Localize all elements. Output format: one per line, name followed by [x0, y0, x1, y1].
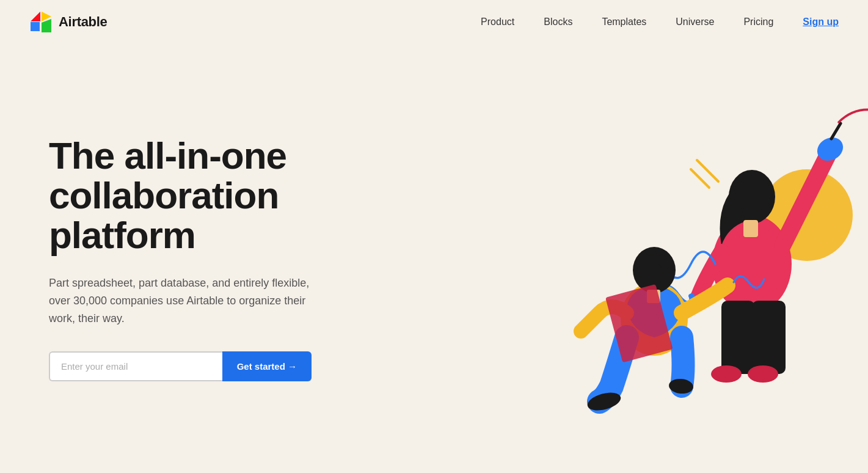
- signup-form: Get started →: [49, 351, 312, 381]
- svg-point-10: [711, 365, 742, 383]
- nav-item-blocks[interactable]: Blocks: [544, 16, 572, 28]
- brand-name: Airtable: [59, 14, 108, 30]
- hero-section: The all-in-one collaboration platform Pa…: [49, 136, 367, 382]
- svg-point-23: [658, 254, 673, 268]
- get-started-button[interactable]: Get started →: [222, 351, 312, 381]
- nav-item-signup[interactable]: Sign up: [803, 16, 839, 28]
- nav-link-pricing[interactable]: Pricing: [743, 16, 773, 27]
- navbar: Airtable Product Blocks Templates Univer…: [0, 0, 868, 44]
- collaboration-illustration: [453, 75, 868, 472]
- hero-title: The all-in-one collaboration platform: [49, 136, 367, 255]
- svg-line-5: [691, 169, 709, 188]
- logo-link[interactable]: Airtable: [29, 10, 108, 34]
- airtable-logo-icon: [29, 10, 53, 34]
- svg-marker-0: [31, 12, 40, 21]
- nav-item-product[interactable]: Product: [481, 16, 514, 28]
- nav-item-universe[interactable]: Universe: [676, 16, 714, 28]
- email-input[interactable]: [49, 351, 222, 381]
- nav-item-pricing[interactable]: Pricing: [743, 16, 773, 28]
- nav-link-templates[interactable]: Templates: [602, 16, 646, 27]
- nav-link-product[interactable]: Product: [481, 16, 514, 27]
- nav-link-blocks[interactable]: Blocks: [544, 16, 572, 27]
- svg-rect-8: [721, 301, 755, 374]
- svg-point-22: [636, 254, 651, 268]
- svg-rect-13: [743, 220, 758, 237]
- hero-subtitle: Part spreadsheet, part database, and ent…: [49, 274, 318, 327]
- nav-link-signup[interactable]: Sign up: [803, 16, 839, 27]
- svg-line-15: [831, 123, 841, 139]
- svg-rect-1: [31, 22, 40, 31]
- svg-rect-9: [752, 301, 786, 374]
- nav-link-universe[interactable]: Universe: [676, 16, 714, 27]
- hero-illustration: [453, 75, 868, 472]
- nav-item-templates[interactable]: Templates: [602, 16, 646, 28]
- main-content: The all-in-one collaboration platform Pa…: [0, 44, 868, 473]
- svg-marker-3: [42, 19, 51, 32]
- nav-menu: Product Blocks Templates Universe Pricin…: [481, 16, 839, 28]
- svg-point-11: [748, 365, 778, 383]
